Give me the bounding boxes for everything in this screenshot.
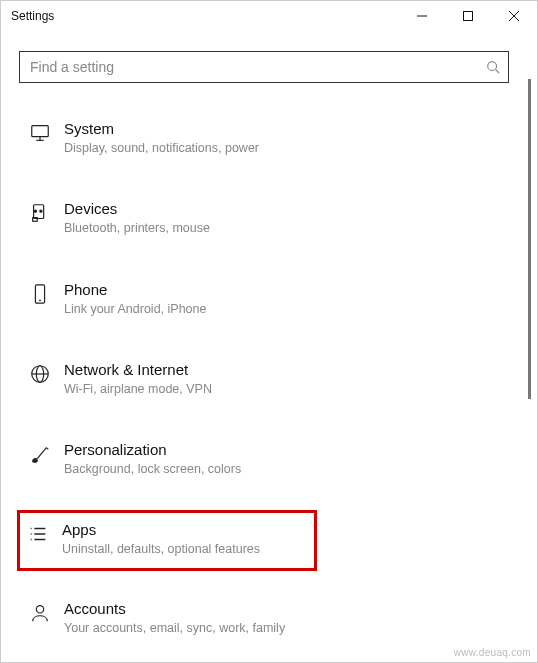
settings-item-system[interactable]: System Display, sound, notifications, po… [19, 109, 319, 167]
minimize-icon [417, 11, 427, 21]
svg-line-5 [496, 70, 500, 74]
item-title: Apps [62, 521, 260, 539]
close-icon [509, 11, 519, 21]
settings-item-network[interactable]: Network & Internet Wi-Fi, airplane mode,… [19, 350, 319, 408]
system-icon [22, 120, 58, 144]
item-subtitle: Bluetooth, printers, mouse [64, 220, 210, 236]
titlebar: Settings [1, 1, 537, 31]
svg-point-4 [488, 62, 497, 71]
search-icon [486, 60, 500, 74]
search-box[interactable] [19, 51, 509, 83]
watermark: www.deuaq.com [454, 647, 531, 658]
settings-list: System Display, sound, notifications, po… [19, 109, 519, 663]
maximize-button[interactable] [445, 1, 491, 31]
close-button[interactable] [491, 1, 537, 31]
globe-icon [22, 361, 58, 385]
svg-point-12 [40, 210, 42, 212]
search-input[interactable] [28, 58, 486, 76]
item-title: Phone [64, 281, 206, 299]
content: System Display, sound, notifications, po… [1, 31, 537, 663]
minimize-button[interactable] [399, 1, 445, 31]
brush-icon [22, 441, 58, 465]
item-subtitle: Link your Android, iPhone [64, 301, 206, 317]
item-subtitle: Wi-Fi, airplane mode, VPN [64, 381, 212, 397]
svg-rect-10 [33, 218, 38, 222]
item-subtitle: Your accounts, email, sync, work, family [64, 620, 285, 636]
item-title: Network & Internet [64, 361, 212, 379]
item-subtitle: Uninstall, defaults, optional features [62, 541, 260, 557]
item-title: Accounts [64, 600, 285, 618]
devices-icon [22, 200, 58, 224]
item-title: System [64, 120, 259, 138]
item-subtitle: Display, sound, notifications, power [64, 140, 259, 156]
item-subtitle: Background, lock screen, colors [64, 461, 241, 477]
settings-item-phone[interactable]: Phone Link your Android, iPhone [19, 270, 319, 328]
svg-line-18 [37, 448, 46, 459]
person-icon [22, 600, 58, 624]
window-title: Settings [11, 9, 54, 23]
settings-item-accounts[interactable]: Accounts Your accounts, email, sync, wor… [19, 589, 319, 647]
item-title: Personalization [64, 441, 241, 459]
scrollbar-thumb[interactable] [528, 79, 531, 399]
apps-list-icon [20, 521, 56, 545]
svg-line-19 [46, 448, 48, 450]
maximize-icon [463, 11, 473, 21]
svg-rect-1 [464, 12, 473, 21]
svg-rect-6 [32, 126, 49, 137]
svg-point-26 [36, 605, 43, 612]
settings-item-apps[interactable]: Apps Uninstall, defaults, optional featu… [17, 510, 317, 570]
settings-item-devices[interactable]: Devices Bluetooth, printers, mouse [19, 189, 319, 247]
window-controls [399, 1, 537, 31]
phone-icon [22, 281, 58, 305]
svg-point-11 [34, 210, 36, 212]
item-title: Devices [64, 200, 210, 218]
settings-item-personalization[interactable]: Personalization Background, lock screen,… [19, 430, 319, 488]
